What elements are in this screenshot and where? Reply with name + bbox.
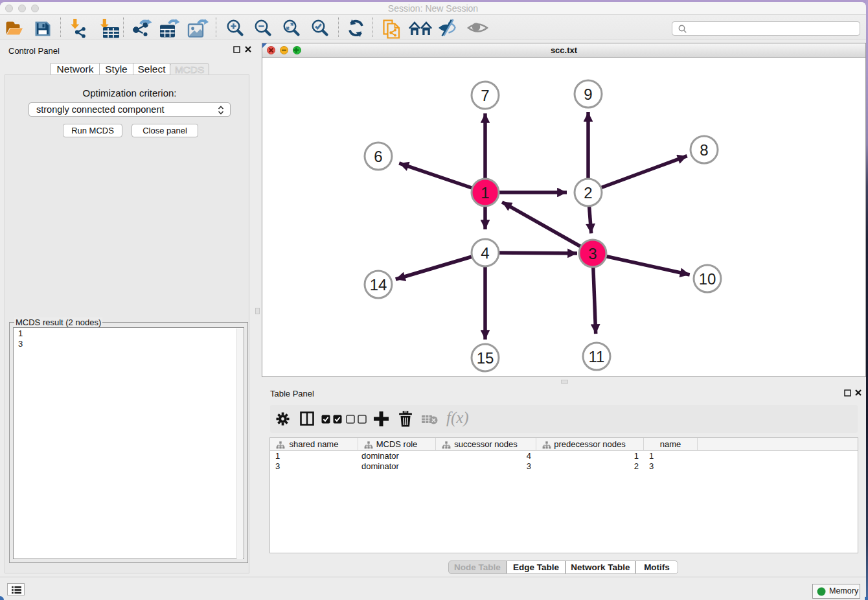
svg-text:3: 3	[588, 245, 597, 262]
svg-text:11: 11	[589, 348, 605, 365]
svg-text:2: 2	[584, 184, 592, 202]
svg-text:1: 1	[481, 184, 489, 202]
svg-text:15: 15	[477, 349, 494, 367]
svg-text:7: 7	[481, 87, 489, 104]
svg-text:6: 6	[374, 148, 382, 165]
svg-text:8: 8	[700, 141, 708, 159]
svg-text:9: 9	[584, 86, 592, 103]
svg-text:10: 10	[699, 270, 716, 288]
svg-text:4: 4	[481, 244, 489, 262]
svg-text:14: 14	[370, 276, 387, 294]
